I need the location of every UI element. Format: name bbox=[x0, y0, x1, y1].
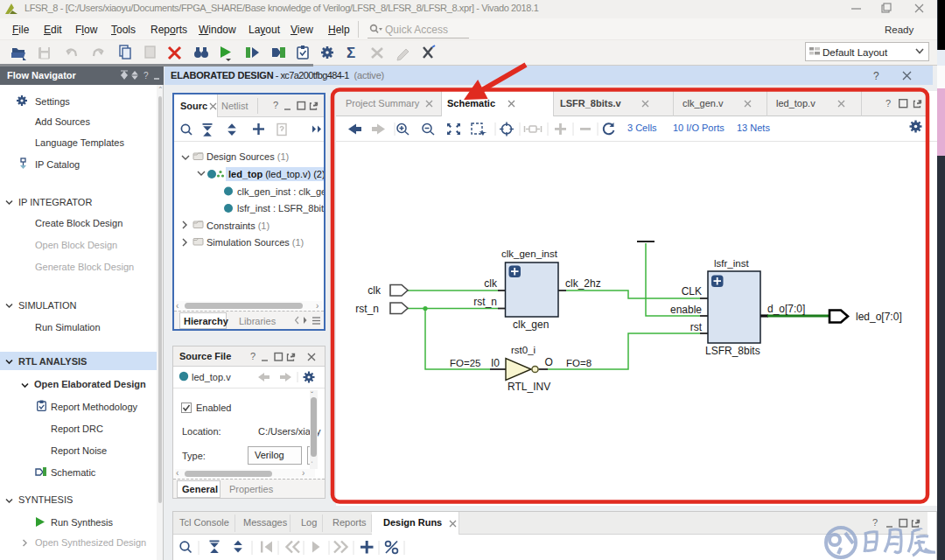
svg-text:LSFR_8bits: LSFR_8bits bbox=[705, 345, 760, 357]
svg-text:FO=25: FO=25 bbox=[450, 358, 480, 368]
svg-text:lsfr_inst : LSFR_8bits: lsfr_inst : LSFR_8bits bbox=[237, 203, 324, 214]
svg-text:rst_n: rst_n bbox=[473, 296, 497, 308]
svg-text:clk_gen: clk_gen bbox=[513, 318, 549, 331]
svg-text:d_o[7:0]: d_o[7:0] bbox=[767, 303, 805, 315]
svg-text:enable: enable bbox=[670, 304, 702, 316]
svg-text:rst0_i: rst0_i bbox=[511, 345, 536, 355]
svg-text:clk_gen_inst : clk_ger: clk_gen_inst : clk_ger bbox=[237, 186, 324, 197]
svg-text:CLK: CLK bbox=[682, 285, 702, 298]
svg-text:rst_n: rst_n bbox=[355, 303, 379, 315]
svg-text:I0: I0 bbox=[491, 357, 500, 369]
svg-text:rst: rst bbox=[690, 321, 703, 333]
svg-text:FO=8: FO=8 bbox=[566, 358, 592, 368]
svg-text:clk: clk bbox=[484, 277, 498, 290]
svg-text:Design Sources (1): Design Sources (1) bbox=[206, 151, 289, 162]
svg-text:O: O bbox=[545, 356, 553, 368]
svg-text:RTL_INV: RTL_INV bbox=[508, 381, 550, 393]
svg-text:led_o[7:0]: led_o[7:0] bbox=[856, 311, 902, 323]
svg-text:led_top (led_top.v) (2): led_top (led_top.v) (2) bbox=[228, 169, 324, 179]
svg-text:clk_gen_inst: clk_gen_inst bbox=[501, 248, 558, 259]
svg-text:Simulation Sources (1): Simulation Sources (1) bbox=[206, 237, 304, 248]
svg-text:lsfr_inst: lsfr_inst bbox=[714, 258, 749, 269]
svg-text:clk: clk bbox=[368, 284, 382, 297]
svg-text:?: ? bbox=[144, 71, 149, 80]
svg-text:clk_2hz: clk_2hz bbox=[565, 277, 601, 290]
svg-text:Σ: Σ bbox=[346, 45, 355, 61]
svg-text:Constraints (1): Constraints (1) bbox=[206, 220, 270, 231]
